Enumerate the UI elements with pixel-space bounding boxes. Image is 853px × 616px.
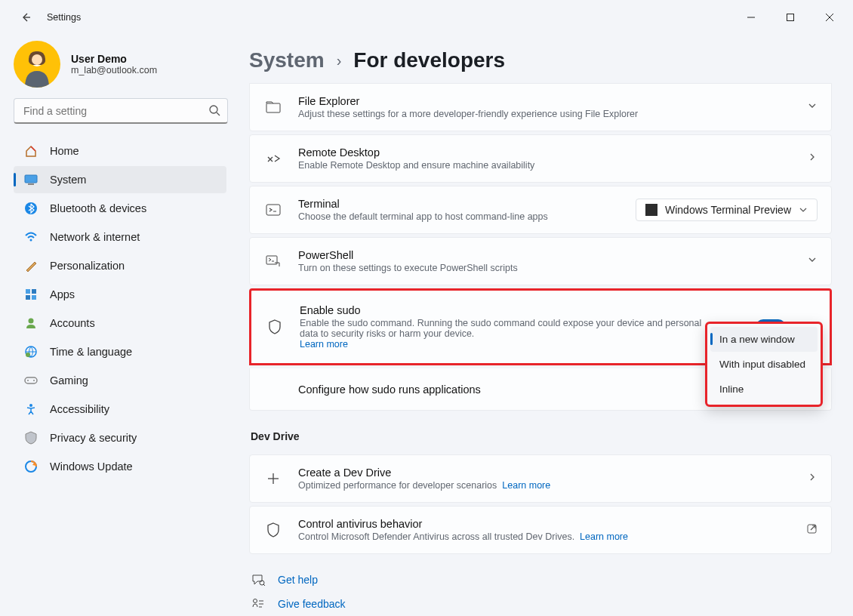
learn-more-link[interactable]: Learn more [502,480,550,491]
sidebar-item-system[interactable]: System [14,166,226,193]
wifi-icon [23,230,39,244]
svg-point-18 [26,353,30,357]
svg-point-5 [32,54,42,65]
main-content: System › For developers File Explorer Ad… [236,35,853,616]
svg-point-21 [33,380,35,381]
card-title: Remote Desktop [298,146,798,159]
dropdown-option[interactable]: With input disabled [710,352,818,377]
card-file-explorer[interactable]: File Explorer Adjust these settings for … [249,83,832,131]
sidebar-item-gaming[interactable]: Gaming [14,367,226,394]
card-title: Enable sudo [300,304,723,316]
search-box[interactable] [14,98,228,124]
feedback-link[interactable]: Give feedback [251,598,832,610]
terminal-dropdown[interactable]: Windows Terminal Preview [636,199,818,221]
sidebar-item-privacy[interactable]: Privacy & security [14,424,226,451]
accessibility-icon [23,402,39,416]
avatar [14,41,60,88]
open-icon [806,523,818,537]
svg-rect-12 [26,289,30,294]
chevron-down-icon [799,205,808,214]
sidebar-item-personalization[interactable]: Personalization [14,252,226,279]
apps-icon [23,288,39,301]
profile-email: m_lab@outlook.com [71,65,157,75]
svg-point-32 [254,599,257,603]
sidebar-item-bluetooth[interactable]: Bluetooth & devices [14,195,226,222]
chevron-right-icon [807,472,818,485]
system-icon [23,173,39,186]
sudo-mode-dropdown: In a new window With input disabled Inli… [705,322,823,407]
learn-more-link[interactable]: Learn more [300,339,348,350]
breadcrumb: System › For developers [249,48,832,72]
svg-line-7 [217,112,220,116]
dropdown-option[interactable]: Inline [710,377,818,402]
home-icon [23,144,39,158]
svg-rect-13 [32,289,36,294]
card-desc: Adjust these settings for a more develop… [298,109,798,119]
breadcrumb-parent[interactable]: System [249,48,325,72]
nav-label: Accounts [50,317,95,329]
nav-label: Apps [50,288,75,300]
svg-line-31 [263,584,265,586]
terminal-icon [263,204,283,216]
chevron-down-icon [807,100,818,114]
sidebar-item-home[interactable]: Home [14,137,226,165]
card-remote-desktop[interactable]: Remote Desktop Enable Remote Desktop and… [249,134,832,183]
svg-rect-15 [32,295,36,300]
back-button[interactable] [14,5,38,29]
card-desc: Control Microsoft Defender Antivirus acr… [298,531,797,542]
svg-rect-8 [25,175,37,183]
svg-rect-9 [28,183,34,185]
learn-more-link[interactable]: Learn more [580,531,628,542]
sidebar: User Demo m_lab@outlook.com Home System … [0,35,236,616]
card-powershell[interactable]: PowerShell Turn on these settings to exe… [249,237,832,285]
powershell-icon [263,255,283,267]
search-icon [208,104,220,119]
sidebar-item-update[interactable]: Windows Update [14,453,226,480]
card-desc: Enable Remote Desktop and ensure machine… [298,160,798,171]
shield-icon [265,319,285,334]
card-title: File Explorer [298,95,798,107]
help-label: Get help [278,574,318,586]
card-desc: Choose the default terminal app to host … [298,211,636,222]
card-desc: Turn on these settings to execute PowerS… [298,263,798,273]
maximize-button[interactable] [773,6,808,29]
card-title: Create a Dev Drive [298,467,798,479]
window-title: Settings [47,12,81,23]
svg-point-20 [27,380,29,381]
profile-block[interactable]: User Demo m_lab@outlook.com [14,41,226,88]
breadcrumb-current: For developers [353,48,505,72]
sidebar-item-accounts[interactable]: Accounts [14,310,226,337]
person-icon [23,316,39,330]
card-terminal[interactable]: Terminal Choose the default terminal app… [249,186,832,234]
feedback-label: Give feedback [278,598,346,610]
nav-label: Gaming [50,374,88,387]
close-button[interactable] [812,6,847,29]
svg-rect-24 [266,103,280,112]
chevron-right-icon: › [337,52,342,69]
remote-icon [263,153,283,164]
svg-point-11 [30,239,32,242]
nav-label: Time & language [50,346,132,358]
nav-label: Network & internet [50,231,140,243]
titlebar: Settings [0,0,853,35]
card-create-dev-drive[interactable]: Create a Dev Drive Optimized performance… [249,454,832,503]
nav-list: Home System Bluetooth & devices Network … [14,137,226,480]
card-desc: Enable the sudo command. Running the sud… [300,318,722,350]
globe-icon [23,345,39,359]
get-help-link[interactable]: Get help [251,574,832,586]
shield-icon [23,431,39,445]
minimize-button[interactable] [734,6,768,29]
card-antivirus[interactable]: Control antivirus behavior Control Micro… [249,506,832,554]
sidebar-item-accessibility[interactable]: Accessibility [14,396,226,423]
search-input[interactable] [14,98,228,124]
svg-rect-19 [25,377,37,383]
nav-label: Privacy & security [50,432,137,444]
sidebar-item-network[interactable]: Network & internet [14,223,226,251]
profile-name: User Demo [71,53,157,65]
svg-rect-25 [266,205,280,215]
dropdown-option[interactable]: In a new window [710,327,818,352]
sidebar-item-time[interactable]: Time & language [14,338,226,365]
feedback-icon [251,598,266,610]
sidebar-item-apps[interactable]: Apps [14,281,226,308]
help-icon [251,574,266,586]
